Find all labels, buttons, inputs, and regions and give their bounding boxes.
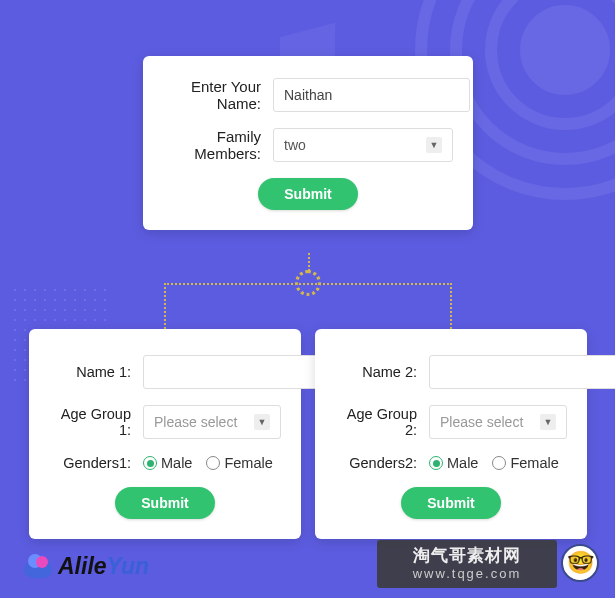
member1-age-placeholder: Please select [154, 414, 237, 430]
connector-lines [164, 253, 452, 329]
watermark-line1: 淘气哥素材网 [381, 546, 553, 566]
member2-age-placeholder: Please select [440, 414, 523, 430]
member2-male-radio[interactable]: Male [429, 455, 478, 471]
radio-selected-icon [143, 456, 157, 470]
member1-name-label: Name 1: [49, 364, 143, 380]
name-label: Enter Your Name: [163, 78, 273, 112]
member2-name-input[interactable] [429, 355, 615, 389]
name-input[interactable] [273, 78, 470, 112]
member2-age-label: Age Group 2: [335, 406, 429, 438]
chevron-down-icon: ▼ [540, 414, 556, 430]
chevron-down-icon: ▼ [254, 414, 270, 430]
member1-form-card: Name 1: Age Group 1: Please select ▼ Gen… [29, 329, 301, 539]
member1-submit-button[interactable]: Submit [115, 487, 214, 519]
member1-gender-label: Genders1: [49, 455, 143, 471]
member1-age-select[interactable]: Please select ▼ [143, 405, 281, 439]
family-members-value: two [284, 137, 306, 153]
main-submit-button[interactable]: Submit [258, 178, 357, 210]
watermark-line2: www.tqge.com [381, 566, 553, 582]
member2-female-radio[interactable]: Female [492, 455, 558, 471]
member1-name-input[interactable] [143, 355, 340, 389]
radio-unselected-icon [492, 456, 506, 470]
family-label: Family Members: [163, 128, 273, 162]
member2-form-card: Name 2: Age Group 2: Please select ▼ Gen… [315, 329, 587, 539]
nerd-face-icon: 🤓 [561, 544, 599, 582]
cloud-icon [22, 556, 52, 578]
main-form-card: Enter Your Name: Family Members: two ▼ S… [143, 56, 473, 230]
chevron-down-icon: ▼ [426, 137, 442, 153]
member1-female-radio[interactable]: Female [206, 455, 272, 471]
member1-male-radio[interactable]: Male [143, 455, 192, 471]
member2-submit-button[interactable]: Submit [401, 487, 500, 519]
radio-selected-icon [429, 456, 443, 470]
member2-gender-label: Genders2: [335, 455, 429, 471]
watermark-badge: 淘气哥素材网 www.tqge.com [377, 540, 557, 588]
member2-age-select[interactable]: Please select ▼ [429, 405, 567, 439]
member2-name-label: Name 2: [335, 364, 429, 380]
member1-age-label: Age Group 1: [49, 406, 143, 438]
radio-unselected-icon [206, 456, 220, 470]
family-members-select[interactable]: two ▼ [273, 128, 453, 162]
brand-logo: AlileYun [22, 553, 149, 580]
brand-logo-text: AlileYun [58, 553, 149, 580]
